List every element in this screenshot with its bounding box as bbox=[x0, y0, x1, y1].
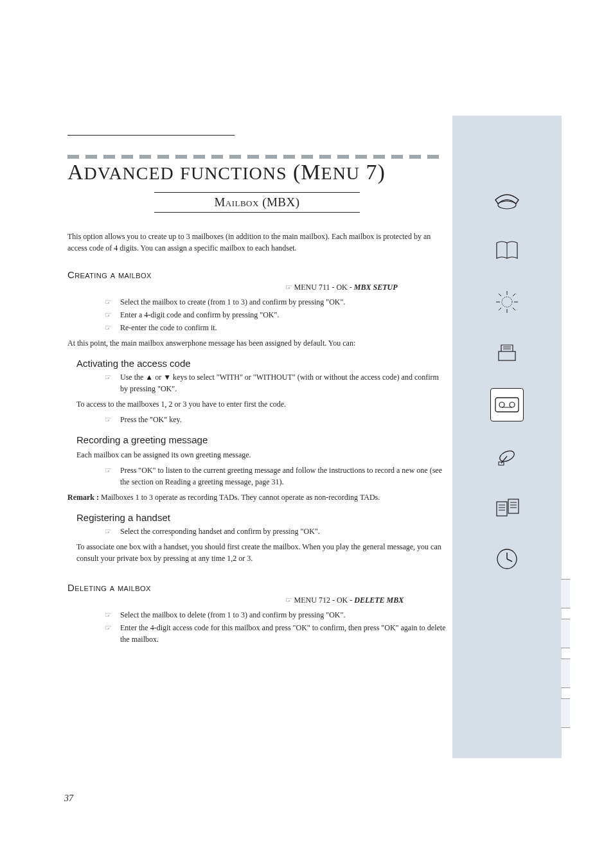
heading-creating: Creating a mailbox bbox=[67, 269, 447, 280]
bookmark-tab bbox=[561, 619, 570, 648]
svg-point-15 bbox=[499, 402, 504, 407]
sidebar-icons bbox=[452, 173, 562, 585]
intro-paragraph: This option allows you to create up to 3… bbox=[67, 231, 447, 254]
svg-line-10 bbox=[513, 294, 515, 296]
header-rule bbox=[67, 135, 235, 136]
hand-icon: ☞ bbox=[105, 622, 116, 633]
tape-icon bbox=[490, 388, 524, 421]
step: ☞ Enter the 4-digit access code for this… bbox=[67, 622, 447, 645]
svg-line-8 bbox=[513, 308, 515, 310]
svg-rect-21 bbox=[497, 502, 507, 516]
fax-icon bbox=[495, 328, 519, 379]
note-text: At this point, the main mailbox answerph… bbox=[67, 337, 447, 349]
svg-point-16 bbox=[510, 402, 515, 407]
up-arrow-icon: ▲ bbox=[145, 373, 153, 382]
svg-point-0 bbox=[498, 201, 516, 209]
clock-icon bbox=[495, 533, 519, 585]
page-content: ADVANCED FUNCTIONS (MENU 7) Mailbox (MBX… bbox=[67, 135, 447, 646]
hand-icon: ☞ bbox=[285, 283, 292, 292]
step-text: Select the mailbox to create (from 1 to … bbox=[120, 296, 447, 308]
hand-icon: ☞ bbox=[105, 465, 116, 476]
hand-icon: ☞ bbox=[285, 596, 292, 605]
greeting-remark: Remark : Mailboxes 1 to 3 operate as rec… bbox=[67, 492, 447, 503]
hand-icon: ☞ bbox=[105, 414, 116, 425]
hand-icon: ☞ bbox=[105, 371, 116, 383]
svg-rect-20 bbox=[499, 462, 504, 465]
step-text: Re-enter the code to confirm it. bbox=[120, 322, 447, 333]
svg-line-9 bbox=[499, 308, 501, 310]
step-text: Enter a 4-digit code and confirm by pres… bbox=[120, 309, 447, 321]
svg-line-31 bbox=[507, 559, 512, 562]
handset-line: To associate one box with a handset, you… bbox=[67, 541, 447, 564]
menu-path-bold: MBX SETUP bbox=[354, 283, 398, 292]
bookmark-tab bbox=[561, 698, 570, 728]
svg-line-7 bbox=[499, 294, 501, 296]
sun-icon bbox=[495, 276, 519, 328]
svg-rect-11 bbox=[499, 351, 515, 360]
book-icon bbox=[494, 225, 520, 276]
step-text: Press the "OK" key. bbox=[120, 414, 447, 425]
subtitle-text: Mailbox (MBX) bbox=[214, 195, 299, 209]
hand-icon: ☞ bbox=[105, 296, 116, 308]
satellite-icon bbox=[495, 430, 519, 482]
menu-path-delete: aaaaaaaaaaaaaaaaaaaaaaaaaaaaaaaaaaaaaaaa… bbox=[67, 596, 447, 605]
step: ☞ Select the mailbox to create (from 1 t… bbox=[67, 296, 447, 308]
svg-rect-22 bbox=[508, 499, 519, 513]
subhead-access-code: Activating the access code bbox=[76, 358, 447, 369]
section-subtitle: Mailbox (MBX) bbox=[154, 192, 360, 213]
hand-icon: ☞ bbox=[105, 309, 116, 321]
subhead-greeting: Recording a greeting message bbox=[76, 434, 447, 445]
page-title: ADVANCED FUNCTIONS (MENU 7) bbox=[67, 160, 447, 184]
step-text: Use the ▲ or ▼ keys to select "WITH" or … bbox=[120, 371, 447, 394]
svg-point-2 bbox=[502, 297, 512, 307]
menu-path-bold: DELETE MBX bbox=[354, 596, 404, 605]
step: ☞ Enter a 4-digit code and confirm by pr… bbox=[67, 309, 447, 321]
page-number: 37 bbox=[64, 793, 73, 804]
menu-path-create: aaaaaaaaaaaaaaaaaaaaaaaaaaaaaaaaaaaaaaaa… bbox=[67, 283, 447, 292]
subhead-handset: Registering a handset bbox=[76, 512, 447, 523]
heading-deleting: Deleting a mailbox bbox=[67, 582, 447, 593]
step: ☞ Select the mailbox to delete (from 1 t… bbox=[67, 609, 447, 621]
hand-icon: ☞ bbox=[105, 526, 116, 537]
greeting-line: Each mailbox can be assigned its own gre… bbox=[67, 449, 447, 461]
hand-icon: ☞ bbox=[105, 609, 116, 621]
documents-icon bbox=[494, 482, 520, 533]
phone-icon bbox=[493, 173, 521, 225]
title-dashes bbox=[67, 155, 447, 159]
step-text: Select the mailbox to delete (from 1 to … bbox=[120, 609, 447, 621]
down-arrow-icon: ▼ bbox=[163, 373, 171, 382]
step: ☞ Press "OK" to listen to the current gr… bbox=[67, 465, 447, 488]
step: ☞ Select the corresponding handset and c… bbox=[67, 526, 447, 537]
step: ☞ Re-enter the code to confirm it. bbox=[67, 322, 447, 333]
bookmark-tab bbox=[561, 659, 570, 688]
menu-path-text: MENU 711 - OK - bbox=[294, 283, 354, 292]
step: ☞ Use the ▲ or ▼ keys to select "WITH" o… bbox=[67, 371, 447, 394]
step: ☞ Press the "OK" key. bbox=[67, 414, 447, 425]
hand-icon: ☞ bbox=[105, 322, 116, 333]
step-text: Select the corresponding handset and con… bbox=[120, 526, 447, 537]
access-code-line: To access to the mailboxes 1, 2 or 3 you… bbox=[67, 398, 447, 410]
step-text: Enter the 4-digit access code for this m… bbox=[120, 622, 447, 645]
step-text: Press "OK" to listen to the current gree… bbox=[120, 465, 447, 488]
menu-path-text: MENU 712 - OK - bbox=[294, 596, 355, 605]
bookmark-tab bbox=[561, 579, 570, 608]
